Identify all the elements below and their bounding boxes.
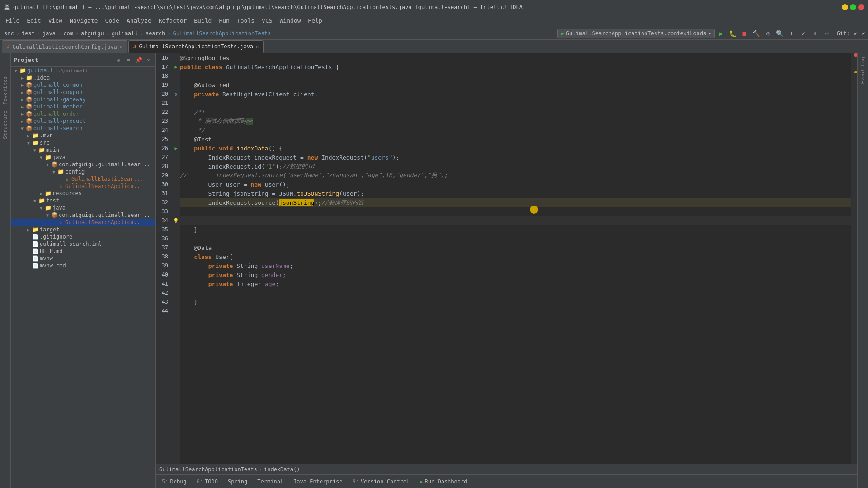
tree-item-coupon[interactable]: ▶ 📦 gulimall-coupon — [11, 89, 155, 96]
tab-search-close[interactable]: ✕ — [256, 44, 259, 49]
menu-build[interactable]: Build — [190, 16, 215, 25]
tree-item-search[interactable]: ▼ 📦 gulimall-search — [11, 125, 155, 132]
menu-file[interactable]: File — [2, 16, 23, 25]
menu-code[interactable]: Code — [102, 16, 123, 25]
tree-item-order[interactable]: ▶ 📦 gulimall-order — [11, 110, 155, 117]
git-push-button[interactable]: ⬆ — [810, 28, 821, 39]
terminal-tab-label: Terminal — [257, 479, 283, 485]
tab-search-tests[interactable]: J GulimallSearchApplicationTests.java ✕ — [128, 40, 264, 53]
menu-help[interactable]: Help — [305, 16, 326, 25]
chevron-down-icon: ▾ — [708, 30, 711, 37]
tree-item-mvn[interactable]: ▶ 📁 .mvn — [11, 132, 155, 139]
tree-item-test-app[interactable]: ▶ ☕ GulimallSearchApplica... — [11, 219, 155, 226]
tree-item-product[interactable]: ▶ 📦 gulimall-product — [11, 117, 155, 125]
breadcrumb-test[interactable]: test — [20, 30, 36, 37]
tree-item-gitignore[interactable]: ▶ 📄 .gitignore — [11, 233, 155, 240]
panel-settings-btn[interactable]: ⚙ — [114, 56, 123, 64]
code-area[interactable]: @SpringBootTest public class GulimallSea… — [180, 53, 851, 464]
expand-arrow: ▼ — [44, 213, 51, 218]
menu-refactor[interactable]: Refactor — [155, 16, 191, 25]
panel-title: Project — [14, 56, 113, 63]
editor-area[interactable]: 16 17 18 19 20 21 22 23 24 25 26 27 28 2… — [156, 53, 857, 464]
build-button[interactable]: 🔨 — [751, 28, 762, 39]
menu-analyze[interactable]: Analyze — [123, 16, 155, 25]
text-icon: 📄 — [32, 234, 39, 240]
tree-item-gulimall[interactable]: ▼ 📁 gulimall F:\gulimall — [11, 67, 155, 74]
folder-icon: 📁 — [32, 226, 39, 233]
tree-item-main-pkg[interactable]: ▼ 📦 com.atguigu.gulimall.sear... — [11, 161, 155, 168]
menu-edit[interactable]: Edit — [23, 16, 44, 25]
tree-item-config[interactable]: ▼ 📁 config — [11, 168, 155, 175]
menu-view[interactable]: View — [45, 16, 66, 25]
tab-run-dashboard[interactable]: ▶ Run Dashboard — [415, 477, 472, 486]
gutter-run-17[interactable]: ▶ — [172, 62, 180, 71]
gutter-run-26[interactable]: ▶ — [172, 144, 180, 153]
git-commit-button[interactable]: ✔ — [798, 28, 809, 39]
debug-button[interactable]: 🐛 — [727, 28, 738, 39]
tab-terminal[interactable]: Terminal — [253, 477, 288, 486]
breadcrumb-class[interactable]: GulimallSearchApplicationTests — [172, 30, 273, 37]
breadcrumb-src[interactable]: src — [3, 30, 15, 37]
tree-item-elastic-config[interactable]: ▶ ☕ GulimallElasticSear... — [11, 175, 155, 183]
title-left: 🏯 gulimall [F:\gulimall] – ...\gulimall-… — [4, 4, 523, 10]
tab-spring[interactable]: Spring — [223, 477, 252, 486]
menu-window[interactable]: Window — [276, 16, 305, 25]
breadcrumb-com[interactable]: com — [62, 30, 75, 37]
event-log-label[interactable]: Event Log — [859, 55, 867, 86]
tab-java-enterprise[interactable]: Java Enterprise — [289, 477, 347, 486]
breadcrumb-gulimall[interactable]: gulimall — [110, 30, 139, 37]
tree-item-src[interactable]: ▼ 📁 src — [11, 139, 155, 146]
run-config-dropdown[interactable]: ▶ GulimallSearchApplicationTests.context… — [557, 29, 714, 38]
expand-arrow: ▼ — [38, 206, 44, 211]
search-button[interactable]: 🔍 — [774, 28, 785, 39]
tree-item-mvnw[interactable]: ▶ 📄 mvnw — [11, 255, 155, 262]
menu-navigate[interactable]: Navigate — [66, 16, 102, 25]
tree-item-main[interactable]: ▼ 📁 main — [11, 146, 155, 154]
tree-item-target[interactable]: ▶ 📁 target — [11, 226, 155, 233]
tree-item-mvnw-cmd[interactable]: ▶ 📄 mvnw.cmd — [11, 262, 155, 269]
line-num-41: 41 — [156, 279, 172, 288]
tree-item-idea[interactable]: ▶ 📁 .idea — [11, 74, 155, 81]
line-num-31: 31 — [156, 189, 172, 198]
stop-button[interactable]: ■ — [739, 28, 750, 39]
project-panel: Project ⚙ ≡ 📌 ✕ ▼ 📁 gulimall F:\gulimall… — [11, 53, 156, 488]
settings-btn[interactable]: ⚙ — [763, 28, 774, 39]
panel-close-btn[interactable]: ✕ — [144, 56, 152, 64]
structure-label[interactable]: Structure — [2, 110, 8, 139]
run-button[interactable]: ▶ — [716, 28, 726, 39]
tab-version-control[interactable]: 9: Version Control — [348, 477, 414, 486]
tree-item-test-pkg[interactable]: ▼ 📦 com.atguigu.gulimall.sear... — [11, 211, 155, 219]
breadcrumb-atguigu[interactable]: atguigu — [80, 30, 105, 37]
menu-tools[interactable]: Tools — [233, 16, 258, 25]
minimize-button[interactable] — [842, 4, 848, 10]
tree-label-config: config — [65, 169, 85, 175]
tree-item-iml[interactable]: ▶ 📄 gulimall-search.iml — [11, 240, 155, 248]
folder-icon: 📁 — [44, 190, 52, 197]
git-update-button[interactable]: ⬇ — [786, 28, 797, 39]
tree-item-member[interactable]: ▶ 📦 gulimall-member — [11, 103, 155, 110]
breadcrumb-search[interactable]: search — [144, 30, 166, 37]
close-button[interactable] — [858, 4, 864, 10]
tab-elastic-config[interactable]: J GulimallElasticSearchConfig.java ✕ — [2, 40, 127, 53]
tab-debug[interactable]: 5: Debug — [157, 477, 191, 486]
tree-item-resources[interactable]: ▶ 📁 resources — [11, 190, 155, 197]
spring-tab-label: Spring — [228, 479, 247, 485]
undo-button[interactable]: ↩ — [821, 28, 832, 39]
tree-item-test[interactable]: ▼ 📁 test — [11, 197, 155, 204]
tree-item-gateway[interactable]: ▶ 📦 gulimall-gateway — [11, 96, 155, 103]
tree-item-main-java[interactable]: ▼ 📁 java — [11, 154, 155, 161]
tab-todo[interactable]: 6: TODO — [192, 477, 222, 486]
tree-item-common[interactable]: ▶ 📦 gulimall-common — [11, 81, 155, 89]
tab-elastic-close[interactable]: ✕ — [120, 44, 123, 49]
breadcrumb-java[interactable]: java — [41, 30, 57, 37]
favorites-label[interactable]: Favorites — [2, 76, 8, 105]
menu-run[interactable]: Run — [215, 16, 233, 25]
gutter-39 — [172, 261, 180, 270]
tree-item-test-java[interactable]: ▼ 📁 java — [11, 204, 155, 211]
maximize-button[interactable] — [850, 4, 856, 10]
menu-vcs[interactable]: VCS — [258, 16, 276, 25]
tree-item-help[interactable]: ▶ 📄 HELP.md — [11, 248, 155, 255]
panel-pin-btn[interactable]: 📌 — [134, 56, 142, 64]
panel-layout-btn[interactable]: ≡ — [124, 56, 132, 64]
tree-item-main-app[interactable]: ▶ ☕ GulimallSearchApplica... — [11, 183, 155, 190]
